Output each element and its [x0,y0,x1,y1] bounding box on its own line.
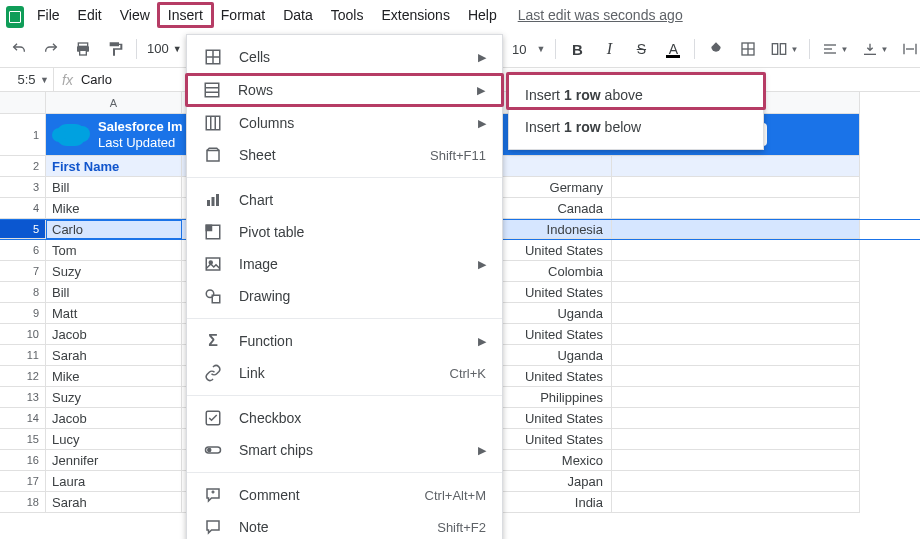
redo-button[interactable] [40,38,62,60]
menu-file[interactable]: File [28,3,69,27]
menu-view[interactable]: View [111,3,159,27]
print-button[interactable] [72,38,94,60]
menu-item-note[interactable]: NoteShift+F2 [187,511,502,539]
row-number[interactable]: 15 [0,429,46,450]
row-number[interactable]: 17 [0,471,46,492]
font-size-value[interactable]: 10 [512,42,526,57]
row-number[interactable]: 1 [0,114,46,156]
cell-first-name[interactable]: Tom [46,240,182,261]
cell[interactable] [612,429,860,450]
name-box[interactable]: 5:5 ▼ [0,68,54,91]
cell-first-name[interactable]: Mike [46,366,182,387]
zoom-select[interactable]: 100▼ [147,41,182,56]
valign-button[interactable]: ▼ [860,38,890,60]
italic-button[interactable]: I [598,38,620,60]
chart-icon [203,191,223,209]
cell[interactable] [612,303,860,324]
row-number[interactable]: 18 [0,492,46,513]
menu-data[interactable]: Data [274,3,322,27]
menu-item-checkbox[interactable]: Checkbox [187,402,502,434]
row-number[interactable]: 7 [0,261,46,282]
cell[interactable] [612,156,860,177]
undo-button[interactable] [8,38,30,60]
col-header-A[interactable]: A [46,92,182,114]
cell-first-name[interactable]: Carlo [46,220,182,239]
cell[interactable] [612,492,860,513]
header-first-name[interactable]: First Name [46,156,182,177]
menu-item-smart-chips[interactable]: Smart chips▶ [187,434,502,466]
cell-first-name[interactable]: Suzy [46,387,182,408]
strikethrough-button[interactable]: S [630,38,652,60]
cell-first-name[interactable]: Jacob [46,324,182,345]
wrap-button[interactable]: ▼ [900,38,920,60]
menu-item-link[interactable]: LinkCtrl+K [187,357,502,389]
menu-edit[interactable]: Edit [69,3,111,27]
cell[interactable] [612,282,860,303]
menu-tools[interactable]: Tools [322,3,373,27]
halign-button[interactable]: ▼ [820,38,850,60]
cell[interactable] [612,387,860,408]
merge-button[interactable]: ▼ [769,38,799,60]
row-number[interactable]: 13 [0,387,46,408]
cell-first-name[interactable]: Bill [46,177,182,198]
row-number[interactable]: 11 [0,345,46,366]
cell-first-name[interactable]: Bill [46,282,182,303]
row-number[interactable]: 9 [0,303,46,324]
cell-first-name[interactable]: Sarah [46,345,182,366]
row-number[interactable]: 12 [0,366,46,387]
cell[interactable] [612,177,860,198]
formula-value[interactable]: Carlo [81,72,112,87]
row-number[interactable]: 4 [0,198,46,219]
select-all-corner[interactable] [0,92,46,114]
text-color-button[interactable]: A [662,38,684,60]
cell[interactable] [612,450,860,471]
row-number[interactable]: 5 [0,220,46,239]
insert-row-above[interactable]: Insert 1 row above [509,79,763,111]
cell-first-name[interactable]: Mike [46,198,182,219]
row-number[interactable]: 6 [0,240,46,261]
row-number[interactable]: 10 [0,324,46,345]
cell-first-name[interactable]: Laura [46,471,182,492]
menu-item-chart[interactable]: Chart [187,184,502,216]
menu-insert[interactable]: Insert [157,2,214,28]
cell[interactable] [612,198,860,219]
menu-format[interactable]: Format [212,3,274,27]
cell-first-name[interactable]: Lucy [46,429,182,450]
cell-first-name[interactable]: Matt [46,303,182,324]
cell-first-name[interactable]: Suzy [46,261,182,282]
paint-format-button[interactable] [104,38,126,60]
borders-button[interactable] [737,38,759,60]
cell-first-name[interactable]: Jennifer [46,450,182,471]
cell[interactable] [612,240,860,261]
row-number[interactable]: 8 [0,282,46,303]
cell[interactable] [612,220,860,239]
bold-button[interactable]: B [566,38,588,60]
menu-item-image[interactable]: Image▶ [187,248,502,280]
cell[interactable] [612,324,860,345]
menu-item-cells[interactable]: Cells▶ [187,41,502,73]
cell[interactable] [612,261,860,282]
menu-help[interactable]: Help [459,3,506,27]
menu-item-pivot-table[interactable]: Pivot table [187,216,502,248]
fill-color-button[interactable] [705,38,727,60]
cell-first-name[interactable]: Sarah [46,492,182,513]
menu-extensions[interactable]: Extensions [372,3,458,27]
menu-item-function[interactable]: ΣFunction▶ [187,325,502,357]
row-number[interactable]: 16 [0,450,46,471]
cell[interactable] [612,345,860,366]
last-edit-link[interactable]: Last edit was seconds ago [518,7,683,23]
row-number[interactable]: 2 [0,156,46,177]
cell[interactable] [612,408,860,429]
menu-item-columns[interactable]: Columns▶ [187,107,502,139]
sheets-logo-icon[interactable] [6,6,24,28]
row-number[interactable]: 14 [0,408,46,429]
row-number[interactable]: 3 [0,177,46,198]
cell[interactable] [612,471,860,492]
insert-row-below[interactable]: Insert 1 row below [509,111,763,143]
cell-first-name[interactable]: Jacob [46,408,182,429]
menu-item-rows[interactable]: Rows▶ [185,73,504,107]
menu-item-drawing[interactable]: Drawing [187,280,502,312]
menu-item-sheet[interactable]: SheetShift+F11 [187,139,502,171]
menu-item-comment[interactable]: CommentCtrl+Alt+M [187,479,502,511]
cell[interactable] [612,366,860,387]
